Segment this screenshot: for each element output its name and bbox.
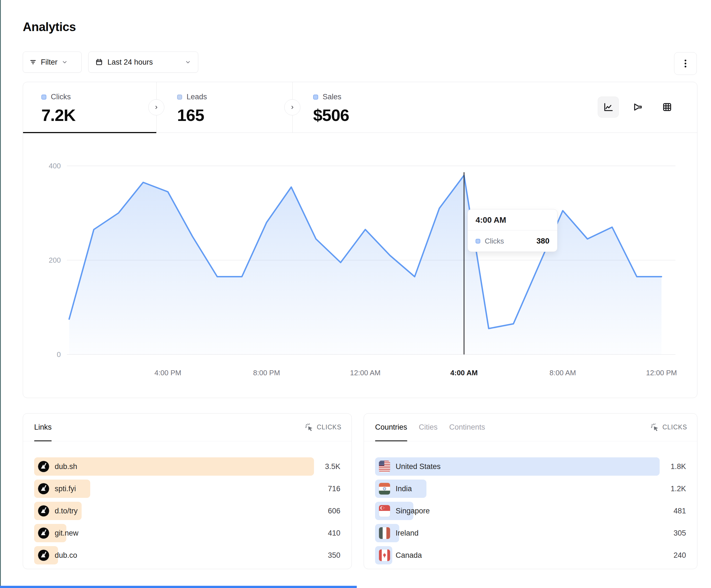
links-panel-header: Links CLICKS <box>23 413 351 441</box>
clicks-legend-square <box>41 95 46 99</box>
svg-text:400: 400 <box>49 162 61 170</box>
link-row[interactable]: spti.fyi716 <box>34 479 340 498</box>
sales-value: $506 <box>313 106 349 125</box>
svg-text:8:00 PM: 8:00 PM <box>253 369 280 377</box>
cursor-click-icon <box>305 423 314 432</box>
dub-logo-icon <box>38 505 49 517</box>
bar-track <box>34 479 314 498</box>
line-chart-icon <box>603 102 613 112</box>
left-edge-strip <box>0 0 1 588</box>
svg-text:8:00 AM: 8:00 AM <box>550 369 576 377</box>
countries-metric-button[interactable]: CLICKS <box>651 413 687 441</box>
row-label: d.to/try <box>55 507 78 515</box>
dub-logo-icon <box>38 549 49 561</box>
svg-text:4:00 PM: 4:00 PM <box>154 369 181 377</box>
flag-in-icon <box>379 483 390 495</box>
leads-legend-square <box>177 95 182 99</box>
tab-links[interactable]: Links <box>34 413 52 441</box>
tab-leads[interactable]: Leads 165 <box>177 93 207 125</box>
country-row[interactable]: United States1.8K <box>375 457 686 476</box>
row-label: Ireland <box>395 529 419 538</box>
tab-cities[interactable]: Cities <box>419 413 438 441</box>
row-label: dub.sh <box>55 462 77 471</box>
country-row[interactable]: Canada240 <box>375 546 686 564</box>
grid-table-icon <box>662 102 672 112</box>
date-range-label: Last 24 hours <box>107 58 153 67</box>
row-label: git.new <box>55 529 79 538</box>
country-row[interactable]: Ireland305 <box>375 524 686 542</box>
analytics-card: Clicks 7.2K Leads 165 Sales $506 <box>23 82 697 398</box>
row-value: 1.8K <box>670 457 686 476</box>
dub-logo-icon <box>38 527 49 539</box>
filter-icon <box>29 58 37 66</box>
clicks-label: Clicks <box>51 93 71 101</box>
funnel-icon <box>632 102 643 112</box>
bottom-edge-strip <box>0 586 357 588</box>
svg-text:0: 0 <box>57 350 61 359</box>
more-options-button[interactable] <box>674 52 697 75</box>
sales-legend-square <box>313 95 318 99</box>
funnel-view-button[interactable] <box>627 96 648 118</box>
row-value: 305 <box>673 524 686 542</box>
leads-label: Leads <box>187 93 207 101</box>
bar-track <box>375 479 660 498</box>
date-range-button[interactable]: Last 24 hours <box>88 51 198 73</box>
link-row[interactable]: d.to/try606 <box>34 502 340 520</box>
filter-label: Filter <box>41 58 58 67</box>
svg-text:200: 200 <box>49 256 61 264</box>
svg-text:12:00 AM: 12:00 AM <box>350 369 381 377</box>
row-value: 350 <box>328 546 340 564</box>
countries-panel-header: Countries Cities Continents CLICKS <box>364 413 697 441</box>
page-title: Analytics <box>23 20 76 34</box>
cursor-click-icon <box>651 423 659 432</box>
svg-text:4:00 AM: 4:00 AM <box>450 369 478 377</box>
flag-ca-icon <box>379 549 390 561</box>
filter-button[interactable]: Filter <box>23 51 82 73</box>
flag-ie-icon <box>379 527 390 539</box>
active-tab-underline <box>23 132 156 133</box>
tooltip-legend-square <box>476 239 480 244</box>
svg-text:12:00 PM: 12:00 PM <box>646 369 677 377</box>
clicks-area-chart[interactable]: 02004004:00 PM8:00 PM12:00 AM4:00 AM8:00… <box>23 139 698 397</box>
country-row[interactable]: Singapore481 <box>375 502 686 520</box>
expand-clicks-button[interactable] <box>148 99 164 115</box>
dub-logo-icon <box>38 461 49 472</box>
countries-rows: United States1.8KIndia1.2KSingapore481Ir… <box>375 457 686 568</box>
sales-label: Sales <box>323 93 342 101</box>
row-label: dub.co <box>55 551 77 560</box>
tooltip-time: 4:00 AM <box>468 209 557 230</box>
row-label: Singapore <box>395 507 430 515</box>
row-label: India <box>395 484 412 493</box>
row-value: 410 <box>328 524 340 542</box>
tooltip-series-label: Clicks <box>485 237 532 246</box>
dub-logo-icon <box>38 483 49 495</box>
tab-sales[interactable]: Sales $506 <box>313 93 349 125</box>
chevron-right-icon <box>153 104 159 111</box>
chevron-down-icon <box>185 59 191 65</box>
line-chart-view-button[interactable] <box>598 96 619 118</box>
row-value: 481 <box>673 502 686 520</box>
country-row[interactable]: India1.2K <box>375 479 686 498</box>
table-view-button[interactable] <box>656 96 678 118</box>
clicks-value: 7.2K <box>41 106 76 125</box>
row-value: 606 <box>328 502 340 520</box>
row-value: 240 <box>673 546 686 564</box>
tab-continents[interactable]: Continents <box>449 413 485 441</box>
expand-leads-button[interactable] <box>284 99 300 115</box>
countries-metric-label: CLICKS <box>663 424 687 431</box>
chart-view-switcher <box>598 96 678 118</box>
links-panel: Links CLICKS dub.sh3.5Kspti.fyi716d.to/t… <box>23 413 352 569</box>
kebab-icon <box>681 59 690 68</box>
row-label: United States <box>395 462 440 471</box>
link-row[interactable]: git.new410 <box>34 524 340 542</box>
chevron-down-icon <box>61 59 68 65</box>
link-row[interactable]: dub.sh3.5K <box>34 457 340 476</box>
chevron-right-icon <box>289 104 296 111</box>
chart-tooltip: 4:00 AM Clicks 380 <box>468 209 558 252</box>
row-value: 1.2K <box>670 479 686 498</box>
tab-countries[interactable]: Countries <box>375 413 407 441</box>
tab-clicks[interactable]: Clicks 7.2K <box>41 93 76 125</box>
row-value: 716 <box>328 479 340 498</box>
link-row[interactable]: dub.co350 <box>34 546 340 564</box>
links-metric-button[interactable]: CLICKS <box>305 413 342 441</box>
